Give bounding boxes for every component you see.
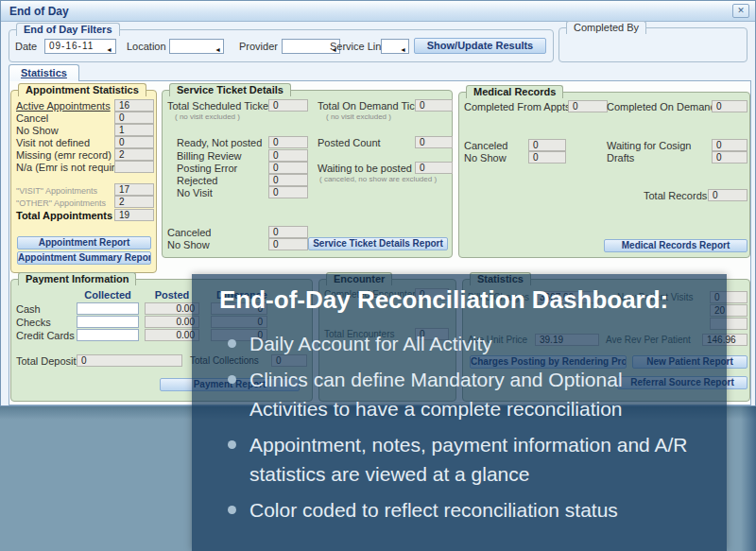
ready-not-posted-value: 0 bbox=[268, 136, 308, 148]
total-records-value: 0 bbox=[708, 189, 747, 201]
other-appointments-value: 2 bbox=[114, 196, 154, 208]
completed-by-legend: Completed By bbox=[566, 21, 646, 34]
active-appointments-value: 16 bbox=[114, 99, 154, 112]
billing-review-label: Billing Review bbox=[177, 150, 241, 162]
mr-no-show-value: 0 bbox=[528, 151, 566, 164]
cancel-label: Cancel bbox=[16, 112, 48, 124]
total-on-demand-note: ( no visit excluded ) bbox=[326, 112, 391, 121]
medical-records-report-button[interactable]: Medical Records Report bbox=[604, 239, 747, 252]
filters-legend: End of Day Filters bbox=[16, 23, 120, 36]
provider-label: Provider bbox=[239, 41, 278, 52]
service-line-select[interactable]: ◄ bbox=[381, 39, 409, 54]
mr-canceled-value: 0 bbox=[528, 139, 566, 151]
date-picker[interactable]: 09-16-11 ◄ bbox=[44, 39, 116, 54]
st-canceled-label: Canceled bbox=[167, 227, 211, 238]
posting-error-label: Posting Error bbox=[177, 163, 237, 174]
total-deposit-label: Total Deposit bbox=[16, 355, 77, 367]
total-on-demand-value: 0 bbox=[415, 99, 453, 112]
total-appointments-label: Total Appointments bbox=[16, 210, 112, 221]
waiting-to-be-posted-value: 0 bbox=[415, 162, 453, 174]
total-scheduled-note: ( no visit excluded ) bbox=[175, 112, 240, 121]
total-scheduled-tickets-label: Total Scheduled Tickets bbox=[167, 100, 277, 112]
visit-not-defined-label: Visit not defined bbox=[16, 137, 90, 148]
total-records-label: Total Records bbox=[644, 190, 707, 201]
completed-on-demand-value: 0 bbox=[712, 100, 747, 112]
waiting-for-cosign-value: 0 bbox=[712, 139, 747, 151]
date-label: Date bbox=[15, 41, 37, 52]
overlay-bullet: Daily Account for All Activity bbox=[226, 329, 704, 358]
st-no-show-label: No Show bbox=[167, 239, 210, 250]
mr-canceled-label: Canceled bbox=[464, 140, 507, 151]
collected-column-header: Collected bbox=[77, 289, 139, 301]
overlay-bullet: Appointment, notes, payment information … bbox=[226, 430, 704, 489]
missing-emr-label: Missing (emr record) bbox=[16, 149, 112, 161]
rejected-label: Rejected bbox=[177, 175, 217, 186]
medical-records-panel: Medical Records bbox=[458, 92, 750, 258]
overlay-bullet: Clinics can define Mandatory and Optiona… bbox=[226, 365, 704, 423]
close-icon[interactable]: ✕ bbox=[732, 4, 749, 18]
titlebar: End of Day ✕ bbox=[1, 1, 755, 22]
rejected-value: 0 bbox=[268, 174, 308, 186]
checks-collected-input[interactable] bbox=[77, 316, 139, 328]
waiting-to-be-posted-label: Waiting to be posted bbox=[318, 163, 412, 174]
location-label: Location bbox=[127, 41, 166, 52]
credit-cards-collected-input[interactable] bbox=[77, 329, 139, 341]
billing-review-value: 0 bbox=[268, 149, 308, 162]
ready-not-posted-label: Ready, Not posted bbox=[177, 137, 262, 148]
caption-overlay: End-of-Day Reconciliation Dashboard: Dai… bbox=[192, 274, 727, 551]
missing-emr-value: 2 bbox=[114, 148, 154, 161]
no-visit-value: 0 bbox=[268, 186, 308, 198]
screen: End of Day ✕ End of Day Filters Date 09-… bbox=[0, 0, 756, 551]
total-scheduled-tickets-value: 0 bbox=[268, 99, 308, 112]
visit-not-defined-value: 0 bbox=[114, 136, 154, 148]
completed-on-demand-label: Completed On Demand bbox=[607, 101, 716, 112]
st-no-show-value: 0 bbox=[268, 238, 308, 250]
cancel-value: 0 bbox=[114, 112, 154, 124]
dropdown-arrow-icon: ◄ bbox=[106, 43, 113, 57]
drafts-value: 0 bbox=[712, 151, 747, 164]
show-update-results-button[interactable]: Show/Update Results bbox=[414, 38, 546, 54]
mr-no-show-label: No Show bbox=[464, 152, 507, 164]
payment-information-legend: Payment Information bbox=[18, 272, 136, 285]
overlay-bullet: Color coded to reflect reconciliation st… bbox=[226, 495, 704, 525]
total-deposit-value: 0 bbox=[77, 354, 182, 367]
cash-label: Cash bbox=[16, 303, 41, 315]
na-emr-label: N/a (Emr is not required) bbox=[16, 162, 129, 173]
no-show-label: No Show bbox=[16, 125, 59, 136]
posted-count-value: 0 bbox=[415, 136, 453, 148]
completed-from-appts-value: 0 bbox=[568, 100, 608, 112]
service-ticket-details-report-button[interactable]: Service Ticket Details Report bbox=[308, 237, 448, 250]
tab-statistics[interactable]: Statistics bbox=[9, 64, 79, 81]
service-line-label: Service Line bbox=[330, 41, 387, 52]
service-ticket-details-legend: Service Ticket Details bbox=[169, 83, 291, 96]
drafts-label: Drafts bbox=[607, 152, 634, 164]
completed-by-group: Completed By bbox=[558, 27, 747, 62]
completed-from-appts-label: Completed From Appts bbox=[464, 101, 571, 112]
posting-error-value: 0 bbox=[268, 162, 308, 174]
checks-label: Checks bbox=[16, 317, 51, 328]
appointment-summary-report-button[interactable]: Appointment Summary Report bbox=[17, 251, 151, 265]
overlay-bullet-list: Daily Account for All Activity Clinics c… bbox=[226, 329, 704, 531]
window-title: End of Day bbox=[9, 5, 69, 18]
visit-appointments-value: 17 bbox=[114, 183, 154, 196]
overlay-title: End-of-Day Reconciliation Dashboard: bbox=[219, 285, 668, 315]
medical-records-legend: Medical Records bbox=[466, 85, 563, 98]
location-select[interactable]: ◄ bbox=[169, 39, 224, 54]
na-emr-value bbox=[114, 161, 154, 173]
credit-cards-label: Credit Cards bbox=[16, 330, 75, 341]
waiting-for-cosign-label: Waiting for Cosign bbox=[607, 140, 691, 151]
total-appointments-value: 19 bbox=[114, 209, 154, 221]
dropdown-arrow-icon: ◄ bbox=[400, 43, 406, 57]
appointment-statistics-legend: Appointment Statistics bbox=[18, 83, 146, 96]
dropdown-arrow-icon: ◄ bbox=[215, 43, 221, 57]
st-canceled-value: 0 bbox=[268, 226, 308, 238]
posted-count-label: Posted Count bbox=[318, 137, 381, 148]
date-value: 09-16-11 bbox=[49, 41, 94, 51]
appointment-report-button[interactable]: Appointment Report bbox=[17, 236, 151, 250]
no-show-value: 1 bbox=[114, 124, 154, 136]
other-appointments-label: "OTHER" Appointments bbox=[16, 198, 106, 208]
active-appointments-link[interactable]: Active Appointments bbox=[16, 100, 111, 112]
visit-appointments-label: "VISIT" Appointments bbox=[16, 186, 97, 196]
waiting-note: ( canceled, no show are excluded ) bbox=[319, 175, 437, 183]
cash-collected-input[interactable] bbox=[77, 302, 139, 315]
